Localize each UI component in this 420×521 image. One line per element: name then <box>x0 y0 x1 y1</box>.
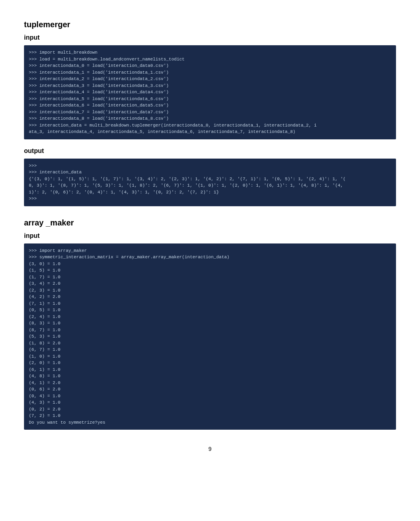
array-maker-input-code: >>> import array_maker >>> symmetric_int… <box>24 243 396 430</box>
page-number: 9 <box>24 446 396 452</box>
tuplemerger-output-code: >>> >>> interaction_data {'(3, 0)': 1, '… <box>24 159 396 206</box>
array-maker-input-label: input <box>24 232 396 239</box>
tuplemerger-title: tuplemerger <box>24 20 396 29</box>
array-maker-section: array _maker input >>> import array_make… <box>24 218 396 430</box>
tuplemerger-output-label: output <box>24 147 396 155</box>
tuplemerger-section: tuplemerger input >>> import multi_break… <box>24 20 396 206</box>
array-maker-title: array _maker <box>24 218 396 227</box>
tuplemerger-input-code: >>> import multi_breakdown >>> load = mu… <box>24 45 396 139</box>
tuplemerger-input-label: input <box>24 34 396 41</box>
